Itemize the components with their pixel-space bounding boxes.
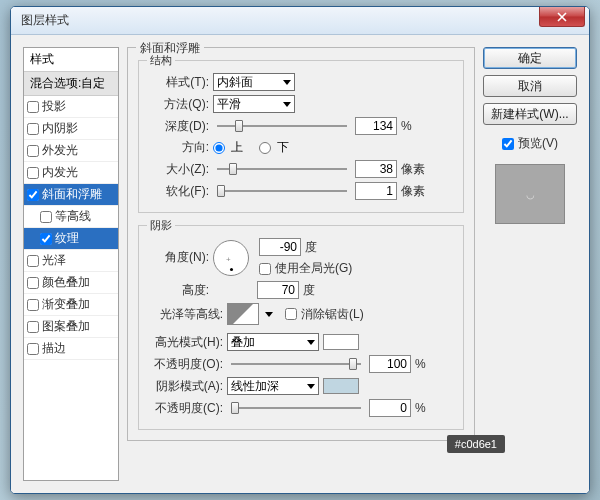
direction-label: 方向: — [147, 139, 209, 156]
style-item-图案叠加[interactable]: 图案叠加 — [24, 316, 118, 338]
style-item-checkbox[interactable] — [27, 277, 39, 289]
gloss-contour-label: 光泽等高线: — [147, 306, 223, 323]
blend-options-header[interactable]: 混合选项:自定 — [24, 72, 118, 96]
soften-slider[interactable] — [217, 182, 347, 200]
ok-button[interactable]: 确定 — [483, 47, 577, 69]
gloss-contour-picker[interactable] — [227, 303, 259, 325]
dialog-window: 图层样式 样式 混合选项:自定 投影内阴影外发光内发光斜面和浮雕等高线纹理光泽颜… — [10, 6, 590, 494]
new-style-button[interactable]: 新建样式(W)... — [483, 103, 577, 125]
depth-slider[interactable] — [217, 117, 347, 135]
direction-down-radio[interactable] — [259, 142, 271, 154]
style-item-checkbox[interactable] — [27, 145, 39, 157]
style-item-外发光[interactable]: 外发光 — [24, 140, 118, 162]
style-item-label: 渐变叠加 — [42, 296, 90, 313]
style-item-label: 颜色叠加 — [42, 274, 90, 291]
shadow-opacity-slider[interactable] — [231, 399, 361, 417]
style-item-checkbox[interactable] — [27, 101, 39, 113]
soften-input[interactable]: 1 — [355, 182, 397, 200]
style-item-checkbox[interactable] — [27, 123, 39, 135]
style-item-label: 描边 — [42, 340, 66, 357]
altitude-label: 高度: — [147, 282, 209, 299]
action-panel: 确定 取消 新建样式(W)... 预览(V) ◡ — [483, 47, 577, 481]
global-light-checkbox[interactable] — [259, 263, 271, 275]
soften-label: 软化(F): — [147, 183, 209, 200]
color-tooltip: #c0d6e1 — [447, 435, 505, 453]
style-item-label: 图案叠加 — [42, 318, 90, 335]
structure-group: 结构 样式(T): 内斜面 方法(Q): 平滑 深度(D): 134 — [138, 60, 464, 213]
highlight-opacity-input[interactable]: 100 — [369, 355, 411, 373]
style-item-label: 外发光 — [42, 142, 78, 159]
depth-input[interactable]: 134 — [355, 117, 397, 135]
structure-title: 结构 — [147, 53, 175, 68]
shadow-mode-select[interactable]: 线性加深 — [227, 377, 319, 395]
style-item-checkbox[interactable] — [27, 299, 39, 311]
highlight-color-swatch[interactable] — [323, 334, 359, 350]
depth-label: 深度(D): — [147, 118, 209, 135]
style-item-label: 内阴影 — [42, 120, 78, 137]
style-item-checkbox[interactable] — [27, 343, 39, 355]
highlight-opacity-label: 不透明度(O): — [147, 356, 223, 373]
style-item-label: 内发光 — [42, 164, 78, 181]
styles-list: 样式 混合选项:自定 投影内阴影外发光内发光斜面和浮雕等高线纹理光泽颜色叠加渐变… — [23, 47, 119, 481]
dialog-content: 样式 混合选项:自定 投影内阴影外发光内发光斜面和浮雕等高线纹理光泽颜色叠加渐变… — [11, 35, 589, 493]
style-item-label: 纹理 — [55, 230, 79, 247]
style-item-光泽[interactable]: 光泽 — [24, 250, 118, 272]
angle-dial[interactable]: + — [213, 240, 249, 276]
shadow-color-swatch[interactable] — [323, 378, 359, 394]
style-item-checkbox[interactable] — [27, 321, 39, 333]
styles-header: 样式 — [24, 48, 118, 72]
style-item-label: 斜面和浮雕 — [42, 186, 102, 203]
style-item-等高线[interactable]: 等高线 — [24, 206, 118, 228]
chevron-down-icon — [307, 340, 315, 345]
style-item-checkbox[interactable] — [27, 255, 39, 267]
chevron-down-icon — [283, 102, 291, 107]
style-label: 样式(T): — [147, 74, 209, 91]
style-item-checkbox[interactable] — [27, 189, 39, 201]
close-icon — [557, 12, 567, 22]
style-item-描边[interactable]: 描边 — [24, 338, 118, 360]
shading-title: 阴影 — [147, 218, 175, 233]
shadow-opacity-input[interactable]: 0 — [369, 399, 411, 417]
preview-checkbox[interactable] — [502, 138, 514, 150]
size-slider[interactable] — [217, 160, 347, 178]
style-item-纹理[interactable]: 纹理 — [24, 228, 118, 250]
style-item-checkbox[interactable] — [27, 167, 39, 179]
highlight-mode-label: 高光模式(H): — [147, 334, 223, 351]
style-item-checkbox[interactable] — [40, 211, 52, 223]
style-item-label: 等高线 — [55, 208, 91, 225]
chevron-down-icon[interactable] — [265, 312, 273, 317]
antialias-checkbox[interactable] — [285, 308, 297, 320]
titlebar: 图层样式 — [11, 7, 589, 35]
style-item-渐变叠加[interactable]: 渐变叠加 — [24, 294, 118, 316]
style-item-内阴影[interactable]: 内阴影 — [24, 118, 118, 140]
shading-group: 阴影 角度(N): + -90 度 使用全局光(G) — [138, 225, 464, 430]
bevel-group: 斜面和浮雕 结构 样式(T): 内斜面 方法(Q): 平滑 深度(D): — [127, 47, 475, 441]
angle-label: 角度(N): — [147, 249, 209, 266]
highlight-mode-select[interactable]: 叠加 — [227, 333, 319, 351]
style-item-斜面和浮雕[interactable]: 斜面和浮雕 — [24, 184, 118, 206]
style-item-label: 光泽 — [42, 252, 66, 269]
highlight-opacity-slider[interactable] — [231, 355, 361, 373]
cancel-button[interactable]: 取消 — [483, 75, 577, 97]
size-input[interactable]: 38 — [355, 160, 397, 178]
style-item-投影[interactable]: 投影 — [24, 96, 118, 118]
close-button[interactable] — [539, 7, 585, 27]
angle-input[interactable]: -90 — [259, 238, 301, 256]
style-item-内发光[interactable]: 内发光 — [24, 162, 118, 184]
style-item-label: 投影 — [42, 98, 66, 115]
settings-panel: 斜面和浮雕 结构 样式(T): 内斜面 方法(Q): 平滑 深度(D): — [127, 47, 475, 481]
altitude-input[interactable]: 70 — [257, 281, 299, 299]
size-label: 大小(Z): — [147, 161, 209, 178]
shadow-mode-label: 阴影模式(A): — [147, 378, 223, 395]
chevron-down-icon — [307, 384, 315, 389]
window-title: 图层样式 — [21, 12, 69, 29]
technique-select[interactable]: 平滑 — [213, 95, 295, 113]
style-select[interactable]: 内斜面 — [213, 73, 295, 91]
chevron-down-icon — [283, 80, 291, 85]
style-item-颜色叠加[interactable]: 颜色叠加 — [24, 272, 118, 294]
preview-thumbnail: ◡ — [495, 164, 565, 224]
style-item-checkbox[interactable] — [40, 233, 52, 245]
shadow-opacity-label: 不透明度(C): — [147, 400, 223, 417]
technique-label: 方法(Q): — [147, 96, 209, 113]
direction-up-radio[interactable] — [213, 142, 225, 154]
